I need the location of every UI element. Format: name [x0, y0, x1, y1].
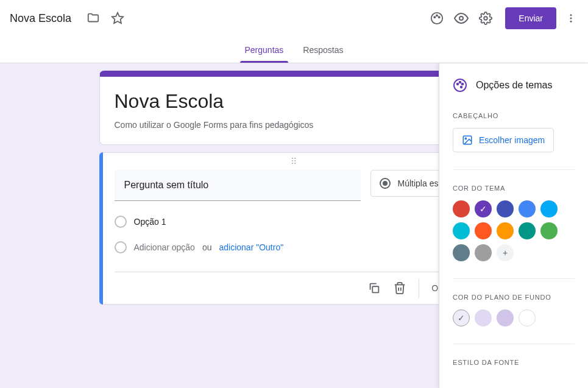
svg-point-17	[465, 138, 466, 139]
delete-icon[interactable]	[393, 281, 406, 295]
header-section-label: Cabeçalho	[453, 112, 575, 119]
radio-outline-icon	[115, 241, 127, 253]
duplicate-icon[interactable]	[367, 281, 381, 295]
theme-color-swatch[interactable]	[497, 200, 514, 217]
question-input[interactable]	[115, 170, 361, 201]
bg-color-label: Cor do plano de fundo	[453, 294, 575, 301]
palette-icon	[453, 78, 467, 93]
or-text: ou	[202, 242, 212, 252]
svg-point-4	[439, 16, 440, 18]
theme-color-swatch[interactable]	[453, 200, 470, 217]
theme-color-swatch[interactable]	[453, 244, 470, 261]
add-color-button[interactable]: +	[497, 244, 514, 261]
theme-color-swatch[interactable]	[540, 222, 558, 239]
theme-color-swatch[interactable]	[497, 222, 514, 239]
svg-point-8	[570, 18, 572, 19]
more-icon[interactable]	[564, 13, 578, 24]
svg-rect-10	[372, 286, 378, 292]
bg-color-swatch[interactable]: ✓	[453, 309, 470, 326]
settings-icon[interactable]	[478, 11, 493, 26]
panel-title: Opções de temas	[476, 80, 552, 91]
svg-point-3	[436, 15, 437, 16]
svg-point-2	[434, 16, 436, 18]
tab-responses[interactable]: Respostas	[293, 37, 353, 63]
option-label[interactable]: Opção 1	[134, 217, 166, 227]
palette-icon[interactable]	[430, 11, 444, 26]
tab-questions[interactable]: Perguntas	[235, 37, 294, 63]
title-card[interactable]: Nova Escola Como utilizar o Google Forms…	[99, 71, 489, 145]
svg-point-6	[484, 16, 488, 20]
tabs: Perguntas Respostas	[0, 37, 588, 63]
star-icon[interactable]	[110, 11, 125, 26]
theme-color-swatch[interactable]	[475, 222, 492, 239]
divider	[419, 278, 419, 298]
svg-point-13	[459, 82, 461, 83]
folder-icon[interactable]	[86, 11, 101, 26]
svg-point-15	[461, 86, 462, 88]
bg-color-swatch[interactable]	[519, 309, 536, 326]
theme-color-swatch[interactable]	[519, 200, 536, 217]
theme-color-swatch[interactable]: ✓	[475, 200, 492, 217]
add-option-row: Adicionar opção ou adicionar "Outro"	[115, 241, 474, 253]
question-card[interactable]: ⠿ Múltipla escolha Opção 1 Adicionar opç…	[99, 152, 489, 305]
add-option[interactable]: Adicionar opção	[134, 242, 195, 252]
send-button[interactable]: Enviar	[505, 7, 556, 29]
theme-color-swatch[interactable]	[540, 200, 558, 217]
font-style-label: Estilo da fonte	[453, 359, 575, 366]
preview-icon[interactable]	[454, 11, 469, 26]
svg-point-5	[459, 16, 463, 20]
theme-panel: Opções de temas Cabeçalho Escolher image…	[439, 63, 588, 388]
choose-image-label: Escolher imagem	[479, 135, 545, 145]
bg-color-swatches: ✓	[453, 309, 575, 326]
drag-handle-icon[interactable]: ⠿	[115, 157, 474, 166]
form-description[interactable]: Como utilizar o Google Forms para fins p…	[115, 120, 474, 130]
bg-color-swatch[interactable]	[497, 309, 514, 326]
theme-color-swatch[interactable]	[519, 222, 536, 239]
radio-outline-icon	[115, 216, 127, 228]
option-row[interactable]: Opção 1	[115, 216, 474, 228]
svg-point-14	[462, 83, 464, 85]
radio-icon	[380, 178, 391, 189]
svg-marker-0	[112, 13, 123, 23]
theme-color-swatches: ✓+	[453, 200, 575, 261]
theme-color-swatch[interactable]	[453, 222, 470, 239]
svg-point-12	[457, 83, 459, 85]
svg-point-9	[570, 21, 572, 23]
add-other[interactable]: adicionar "Outro"	[219, 242, 283, 252]
choose-image-button[interactable]: Escolher imagem	[453, 128, 554, 152]
svg-point-7	[570, 14, 572, 16]
app-header: Nova Escola Enviar	[0, 0, 588, 37]
form-title[interactable]: Nova Escola	[115, 90, 474, 113]
theme-color-swatch[interactable]	[475, 244, 492, 261]
image-icon	[462, 135, 473, 146]
form-name[interactable]: Nova Escola	[10, 12, 71, 25]
theme-color-label: Cor do tema	[453, 185, 575, 192]
bg-color-swatch[interactable]	[475, 309, 492, 326]
